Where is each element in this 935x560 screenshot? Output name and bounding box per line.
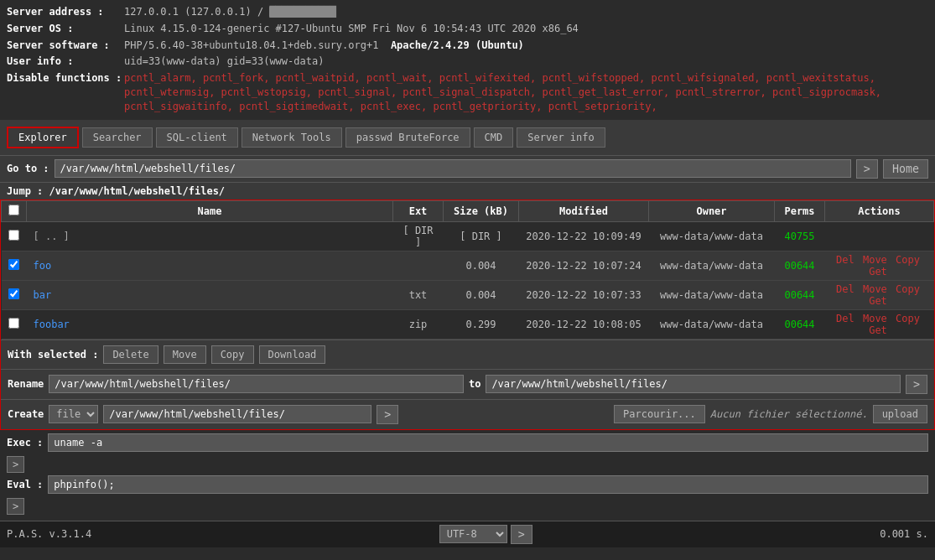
row-actions bbox=[825, 221, 934, 251]
create-type-select[interactable]: file dir bbox=[49, 405, 98, 423]
user-info-row: User info : uid=33(www-data) gid=33(www-… bbox=[7, 54, 928, 69]
browse-button[interactable]: Parcourir... bbox=[614, 405, 705, 423]
rename-bar: Rename to > bbox=[1, 369, 934, 399]
row-name-link[interactable]: foo bbox=[34, 260, 52, 272]
exec-button-row: > bbox=[7, 454, 928, 473]
table-row: foobarzip0.2992020-12-22 10:08:05www-dat… bbox=[2, 309, 934, 339]
table-row: bartxt0.0042020-12-22 10:07:33www-data/w… bbox=[2, 280, 934, 309]
create-path-input[interactable] bbox=[103, 405, 371, 423]
with-selected-label: With selected : bbox=[8, 349, 98, 360]
exec-button[interactable]: > bbox=[7, 456, 24, 473]
row-size: 0.004 bbox=[444, 280, 519, 309]
jump-label: Jump : bbox=[7, 185, 49, 197]
row-ext: [ DIR ] bbox=[393, 221, 444, 251]
file-table: Name Ext Size (kB) Modified Owner Perms … bbox=[1, 200, 934, 340]
header-size: Size (kB) bbox=[444, 200, 519, 221]
copy-button[interactable]: Copy bbox=[211, 345, 254, 364]
row-modified: 2020-12-22 10:07:33 bbox=[519, 280, 649, 309]
server-software-row: Server software : PHP/5.6.40-38+ubuntu18… bbox=[7, 39, 928, 53]
row-checkbox[interactable] bbox=[8, 318, 19, 329]
delete-button[interactable]: Delete bbox=[103, 345, 158, 364]
rename-dest-input[interactable] bbox=[486, 375, 901, 393]
php-version: PHP/5.6.40-38+ubuntu18.04.1+deb.sury.org… bbox=[124, 39, 378, 51]
action-copy-link[interactable]: Copy bbox=[896, 313, 920, 324]
row-checkbox[interactable] bbox=[8, 288, 19, 299]
home-button[interactable]: Home bbox=[883, 159, 928, 179]
table-header-row: Name Ext Size (kB) Modified Owner Perms … bbox=[2, 200, 934, 221]
select-all-checkbox[interactable] bbox=[8, 205, 19, 215]
eval-input[interactable] bbox=[48, 475, 928, 494]
row-name-link[interactable]: [ .. ] bbox=[34, 231, 70, 242]
rename-label: Rename bbox=[8, 378, 44, 390]
tab-searcher[interactable]: Searcher bbox=[82, 127, 153, 148]
server-software-value: PHP/5.6.40-38+ubuntu18.04.1+deb.sury.org… bbox=[124, 39, 524, 53]
row-name-link[interactable]: foobar bbox=[34, 319, 70, 330]
row-perms: 00644 bbox=[775, 251, 825, 280]
jump-path: Jump : /var/www/html/webshell/files/ bbox=[0, 182, 935, 200]
action-copy-link[interactable]: Copy bbox=[896, 283, 920, 295]
download-button[interactable]: Download bbox=[259, 345, 326, 364]
row-name-link[interactable]: bar bbox=[34, 289, 52, 301]
move-button[interactable]: Move bbox=[164, 345, 206, 364]
row-size: 0.299 bbox=[444, 309, 519, 339]
server-address-label: Server address : bbox=[7, 5, 124, 19]
action-del-link[interactable]: Del bbox=[836, 283, 860, 295]
header-actions: Actions bbox=[825, 200, 934, 221]
rename-source-input[interactable] bbox=[49, 375, 464, 393]
row-ext bbox=[393, 251, 444, 280]
eval-button[interactable]: > bbox=[7, 498, 24, 515]
action-del-link[interactable]: Del bbox=[836, 254, 860, 266]
row-perms: 00644 bbox=[775, 309, 825, 339]
exec-row: Exec : bbox=[7, 433, 928, 452]
apache-version: Apache/2.4.29 (Ubuntu) bbox=[391, 39, 524, 51]
row-owner: www-data/www-data bbox=[649, 309, 775, 339]
tab-cmd[interactable]: CMD bbox=[474, 127, 514, 148]
row-owner: www-data/www-data bbox=[649, 251, 775, 280]
header-checkbox bbox=[2, 200, 27, 221]
row-ext: txt bbox=[393, 280, 444, 309]
tab-network-tools[interactable]: Network Tools bbox=[242, 127, 342, 148]
action-move-link[interactable]: Move bbox=[863, 313, 893, 324]
tab-server-info[interactable]: Server info bbox=[517, 127, 605, 148]
goto-button[interactable]: > bbox=[856, 159, 878, 179]
top-info-section: Server address : 127.0.0.1 (127.0.0.1) /… bbox=[0, 0, 935, 120]
row-size: [ DIR ] bbox=[444, 221, 519, 251]
disable-functions-row: Disable functions : pcntl_alarm, pcntl_f… bbox=[7, 71, 928, 113]
tab-explorer[interactable]: Explorer bbox=[7, 127, 79, 148]
tab-passwd-bruteforce[interactable]: passwd BruteForce bbox=[345, 127, 470, 148]
action-get-link[interactable]: Get bbox=[869, 295, 887, 307]
goto-bar: Go to : > Home bbox=[0, 155, 935, 182]
rename-go-button[interactable]: > bbox=[906, 375, 927, 394]
action-copy-link[interactable]: Copy bbox=[896, 254, 920, 266]
server-os-value: Linux 4.15.0-124-generic #127-Ubuntu SMP… bbox=[124, 22, 579, 36]
user-info-value: uid=33(www-data) gid=33(www-data) bbox=[124, 54, 324, 69]
row-checkbox[interactable] bbox=[8, 230, 19, 241]
create-go-button[interactable]: > bbox=[377, 405, 398, 424]
row-checkbox[interactable] bbox=[8, 259, 19, 270]
server-os-label: Server OS : bbox=[7, 22, 124, 36]
row-actions: Del Move Copy Get bbox=[825, 251, 934, 280]
row-ext: zip bbox=[393, 309, 444, 339]
jump-path-value: /var/www/html/webshell/files/ bbox=[49, 185, 226, 197]
header-ext: Ext bbox=[393, 200, 444, 221]
goto-input[interactable] bbox=[55, 159, 851, 178]
action-get-link[interactable]: Get bbox=[869, 324, 887, 336]
upload-button[interactable]: upload bbox=[873, 405, 927, 423]
header-modified: Modified bbox=[519, 200, 649, 221]
nav-tabs: Explorer Searcher SQL-client Network Too… bbox=[0, 120, 935, 155]
tab-sql-client[interactable]: SQL-client bbox=[156, 127, 238, 148]
encoding-go-button[interactable]: > bbox=[511, 525, 532, 544]
exec-input[interactable] bbox=[48, 433, 928, 452]
row-name: [ .. ] bbox=[27, 221, 393, 251]
create-bar: Create file dir > Parcourir... Aucun fic… bbox=[1, 399, 934, 429]
table-row: foo0.0042020-12-22 10:07:24www-data/www-… bbox=[2, 251, 934, 280]
action-move-link[interactable]: Move bbox=[863, 254, 893, 266]
action-get-link[interactable]: Get bbox=[869, 266, 887, 277]
rename-to-label: to bbox=[469, 378, 480, 390]
exec-eval-section: Exec : > Eval : > bbox=[0, 430, 935, 521]
encoding-select[interactable]: UTF-8 ASCII Latin-1 bbox=[439, 525, 507, 543]
action-del-link[interactable]: Del bbox=[836, 313, 860, 324]
exec-label: Exec : bbox=[7, 437, 43, 449]
eval-label: Eval : bbox=[7, 479, 43, 490]
action-move-link[interactable]: Move bbox=[863, 283, 893, 295]
